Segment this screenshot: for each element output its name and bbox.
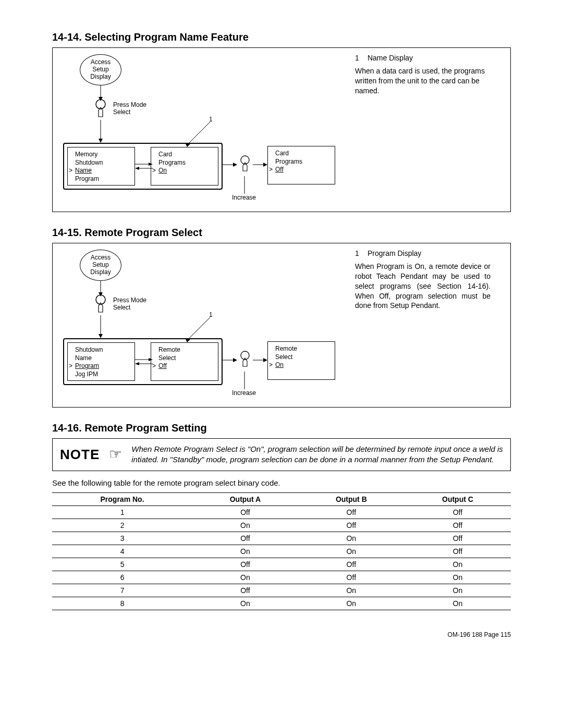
svg-marker-25	[149, 358, 153, 361]
svg-marker-12	[233, 163, 237, 167]
table-cell: On	[405, 558, 511, 571]
arrow-right-icon	[223, 163, 237, 167]
callout-arrow-icon	[184, 316, 215, 342]
table-cell: On	[298, 584, 405, 597]
figure-14-14: Access Setup Display Press Mode Select	[52, 47, 511, 212]
table-cell: 6	[52, 571, 192, 584]
access-setup-oval: Access Setup Display	[80, 54, 121, 85]
press-icon	[237, 155, 253, 174]
table-cell: 8	[52, 597, 192, 610]
table-row: 3OffOnOff	[52, 532, 511, 545]
table-cell: On	[298, 597, 405, 610]
table-cell: On	[192, 597, 298, 610]
sidenote-2: 1 Program Display When Program is On, a …	[355, 249, 491, 311]
table-row: 1OffOffOff	[52, 505, 511, 519]
menu-row: Shutdown	[68, 346, 134, 354]
svg-line-22	[187, 317, 210, 340]
menu-row-selected: Off	[268, 166, 335, 174]
table-cell: Off	[405, 505, 511, 519]
svg-line-5	[187, 122, 210, 145]
menu-row: Remote	[268, 345, 335, 353]
table-cell: On	[298, 532, 405, 545]
sidenote-head: 1 Name Display	[355, 53, 491, 63]
table-cell: Off	[192, 505, 298, 519]
note-box: NOTE ☞ When Remote Program Select is "On…	[52, 438, 511, 471]
table-cell: Off	[298, 505, 405, 519]
menu-row: Memory	[68, 151, 134, 159]
menu-row: Shutdown	[68, 159, 134, 167]
menu-box-2: Remote Select Off	[151, 342, 218, 381]
menu-row: Program	[68, 175, 134, 183]
menu-row-selected: On	[268, 361, 335, 369]
menu-row: Card	[268, 150, 335, 158]
table-header: Output B	[298, 492, 405, 505]
svg-marker-15	[263, 163, 267, 167]
menu-row-selected: Off	[151, 362, 218, 371]
arrow-line-icon	[242, 372, 247, 389]
arrow-line-icon	[242, 176, 247, 194]
svg-marker-27	[135, 362, 139, 365]
press-mode-icon	[91, 99, 110, 120]
menu-row: Select	[268, 353, 335, 362]
menu-box-2: Card Programs On	[151, 147, 218, 186]
section-14-15-title: 14-15. Remote Program Select	[52, 227, 511, 239]
increase-label: Increase	[232, 194, 256, 201]
menu-box-3: Remote Select On	[267, 341, 335, 380]
sidenote-title: Name Display	[368, 54, 413, 62]
svg-marker-8	[149, 163, 153, 166]
table-cell: On	[405, 571, 511, 584]
svg-marker-23	[185, 338, 190, 342]
press-mode-label-l1: Press Mode	[113, 101, 146, 108]
menu-row: Jog IPM	[68, 371, 134, 379]
press-mode-icon	[91, 294, 110, 315]
press-mode-label: Press Mode Select	[113, 101, 146, 116]
table-cell: On	[192, 571, 298, 584]
menu-row-selected: Program	[68, 362, 134, 371]
note-word: NOTE	[60, 447, 100, 463]
press-mode-label-l1: Press Mode	[113, 297, 146, 304]
svg-marker-6	[185, 143, 190, 147]
table-cell: 2	[52, 519, 192, 532]
section-14-14-title: 14-14. Selecting Program Name Feature	[52, 31, 511, 43]
table-cell: On	[405, 584, 511, 597]
arrow-right-icon	[253, 358, 267, 362]
menu-row: Select	[151, 354, 218, 363]
section-14-16-title: 14-16. Remote Program Setting	[52, 422, 511, 434]
table-cell: 7	[52, 584, 192, 597]
svg-marker-29	[233, 358, 237, 362]
hand-pointer-icon: ☞	[109, 447, 122, 462]
table-cell: Off	[298, 558, 405, 571]
menu-box-1: Shutdown Name Program Jog IPM	[67, 342, 135, 381]
menu-row: Programs	[268, 158, 335, 166]
arrow-down-icon	[99, 120, 103, 143]
table-cell: On	[298, 545, 405, 558]
increase-label: Increase	[232, 389, 256, 397]
oval-line: Display	[80, 269, 121, 276]
flow-area-2: Access Setup Display Press Mode Select	[59, 250, 351, 401]
table-header: Output A	[192, 492, 298, 505]
table-cell: On	[192, 519, 298, 532]
oval-line: Setup	[80, 262, 121, 269]
callout-arrow-icon	[184, 121, 215, 147]
arrow-right-icon	[135, 358, 153, 365]
press-mode-label: Press Mode Select	[113, 297, 146, 312]
table-cell: Off	[192, 558, 298, 571]
table-cell: Off	[192, 532, 298, 545]
arrow-right-icon	[253, 163, 267, 167]
menu-row-selected: On	[151, 167, 218, 175]
menu-row: Card	[151, 151, 218, 159]
table-cell: On	[192, 545, 298, 558]
table-row: 8OnOnOn	[52, 597, 511, 610]
svg-marker-21	[99, 334, 103, 338]
oval-line: Display	[80, 73, 121, 81]
figure-14-15: Access Setup Display Press Mode Select	[52, 243, 511, 408]
menu-box-3: Card Programs Off	[267, 146, 335, 184]
sidenote-num: 1	[355, 249, 365, 258]
table-cell: Off	[298, 519, 405, 532]
table-header: Output C	[405, 492, 511, 505]
page-footer: OM-196 188 Page 115	[52, 631, 511, 638]
sidenote-head: 1 Program Display	[355, 249, 491, 258]
note-text: When Remote Program Select is "On", prog…	[131, 444, 503, 465]
table-cell: 1	[52, 505, 192, 519]
table-cell: Off	[298, 571, 405, 584]
